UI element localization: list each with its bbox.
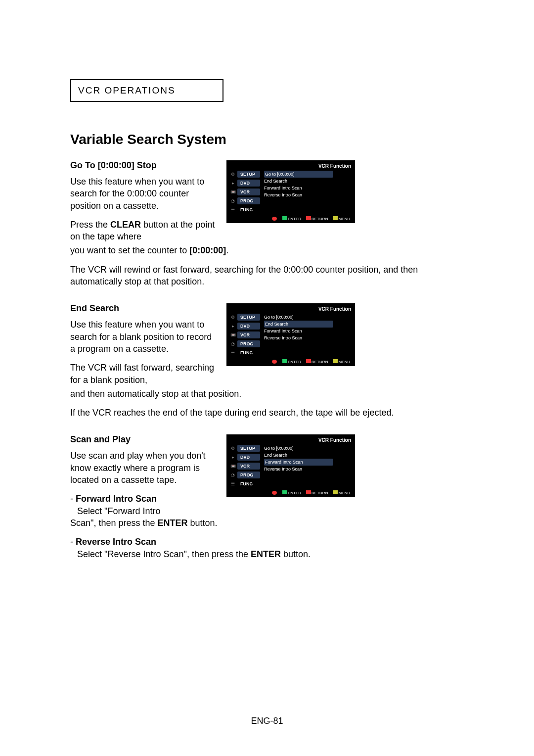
- para: The VCR will fast forward, searching for…: [70, 362, 219, 386]
- para: Use scan and play when you don't know ex…: [70, 450, 219, 486]
- osd-side-item: ◔PROG: [228, 339, 260, 348]
- para: The VCR will rewind or fast forward, sea…: [70, 264, 465, 288]
- osd-side-label: FUNC: [237, 480, 260, 487]
- osd-bottom-hint: ENTER: [282, 216, 301, 221]
- osd-side-item: ◔PROG: [228, 196, 260, 205]
- osd-side-label: PROG: [237, 472, 260, 478]
- osd-bottom-hint: MENU: [333, 490, 350, 495]
- osd-side-label: VCR: [237, 189, 260, 195]
- osd-menu-item: Reverse Intro Scan: [264, 466, 353, 472]
- osd-side-item: 📼VCR: [228, 188, 260, 196]
- osd-screenshot-2: VCR Function⚙SETUP▸DVD📼VCR◔PROG☰FUNCGo t…: [226, 303, 355, 366]
- osd-side-item: ⚙SETUP: [228, 313, 260, 322]
- section-end-search: End Search Use this feature when you wan…: [70, 303, 465, 419]
- subhead-scan-play: Scan and Play: [70, 434, 219, 445]
- osd-side-item: ▸DVD: [228, 179, 260, 188]
- osd-bottom-hint: ENTER: [282, 359, 301, 364]
- osd-side-icon: ◔: [228, 472, 237, 478]
- move-icon: [272, 360, 277, 364]
- para: Press the CLEAR button at the point on t…: [70, 219, 219, 243]
- osd-panel: VCR Function⚙SETUP▸DVD📼VCR◔PROG☰FUNCGo t…: [226, 303, 355, 366]
- subhead-goto: Go To [0:00:00] Stop: [70, 160, 219, 171]
- osd-side-label: PROG: [237, 197, 260, 204]
- osd-side-item: ☰FUNC: [228, 205, 260, 214]
- osd-bottom-hint: MENU: [333, 216, 350, 221]
- section-goto-stop: Go To [0:00:00] Stop Use this feature wh…: [70, 160, 465, 287]
- osd-side-icon: 📼: [228, 463, 237, 470]
- osd-side-icon: ☰: [228, 349, 237, 356]
- osd-title: VCR Function: [228, 162, 353, 170]
- osd-side-icon: ⚙: [228, 314, 237, 321]
- osd-side-label: SETUP: [237, 171, 260, 178]
- para: Scan", then press the ENTER button.: [70, 517, 465, 529]
- osd-side-label: VCR: [237, 463, 260, 470]
- osd-side-icon: ◔: [228, 340, 237, 347]
- osd-menu-item: Forward Intro Scan: [264, 185, 353, 191]
- osd-side-label: FUNC: [237, 349, 260, 356]
- osd-bottom-hint: RETURN: [306, 216, 328, 221]
- osd-side-item: ☰FUNC: [228, 348, 260, 357]
- para: you want to set the counter to [0:00:00]…: [70, 244, 465, 256]
- page-title: Variable Search System: [70, 132, 465, 147]
- para: and then automatically stop at that posi…: [70, 388, 465, 400]
- osd-side-item: ☰FUNC: [228, 479, 260, 488]
- para: If the VCR reaches the end of the tape d…: [70, 407, 465, 419]
- osd-side-item: ▸DVD: [228, 322, 260, 331]
- osd-side-label: PROG: [237, 340, 260, 347]
- osd-title: VCR Function: [228, 305, 353, 313]
- osd-side-label: SETUP: [237, 445, 260, 452]
- osd-title: VCR Function: [228, 436, 353, 444]
- osd-side-item: 📼VCR: [228, 331, 260, 339]
- osd-panel: VCR Function⚙SETUP▸DVD📼VCR◔PROG☰FUNCGo t…: [226, 434, 355, 497]
- osd-menu-item: Reverse Intro Scan: [264, 191, 353, 198]
- osd-side-item: ◔PROG: [228, 471, 260, 479]
- osd-side-label: DVD: [237, 180, 260, 187]
- osd-screenshot-1: VCR Function⚙SETUP▸DVD📼VCR◔PROG☰FUNCGo t…: [226, 160, 355, 223]
- osd-side-icon: 📼: [228, 331, 237, 338]
- osd-side-item: ▸DVD: [228, 453, 260, 462]
- osd-side-label: DVD: [237, 323, 260, 330]
- osd-side-icon: ▸: [228, 454, 237, 461]
- osd-screenshot-3: VCR Function⚙SETUP▸DVD📼VCR◔PROG☰FUNCGo t…: [226, 434, 355, 497]
- osd-side-icon: ▸: [228, 180, 237, 187]
- osd-side-item: 📼VCR: [228, 462, 260, 471]
- para: Use this feature when you want to search…: [70, 176, 219, 212]
- osd-side-icon: 📼: [228, 189, 237, 195]
- page-number: ENG-81: [0, 716, 534, 726]
- osd-side-label: VCR: [237, 331, 260, 338]
- para: Use this feature when you want to search…: [70, 319, 219, 355]
- osd-side-icon: ⚙: [228, 171, 237, 178]
- header-text-rest: PERATIONS: [113, 85, 175, 95]
- osd-side-icon: ◔: [228, 197, 237, 204]
- osd-menu-item: Forward Intro Scan: [264, 459, 333, 466]
- osd-side-icon: ☰: [228, 480, 237, 487]
- section-scan-play: Scan and Play Use scan and play when you…: [70, 434, 465, 560]
- header-box: VCR OPERATIONS: [70, 79, 223, 102]
- subhead-end-search: End Search: [70, 303, 219, 314]
- osd-bottom-hint: MENU: [333, 359, 350, 364]
- osd-side-item: ⚙SETUP: [228, 444, 260, 453]
- forward-intro-scan-item: - Forward Intro ScanSelect "Forward Intr…: [77, 493, 219, 517]
- osd-menu-item: End Search: [264, 178, 353, 185]
- osd-panel: VCR Function⚙SETUP▸DVD📼VCR◔PROG☰FUNCGo t…: [226, 160, 355, 223]
- reverse-intro-scan-item: - Reverse Intro ScanSelect "Reverse Intr…: [77, 536, 465, 560]
- osd-side-item: ⚙SETUP: [228, 170, 260, 179]
- osd-menu-item: Go to [0:00:00]: [264, 314, 353, 321]
- osd-menu-item: Reverse Intro Scan: [264, 334, 353, 341]
- osd-bottom-hint: RETURN: [306, 359, 328, 364]
- osd-side-icon: ▸: [228, 323, 237, 330]
- osd-menu-item: Go to [0:00:00]: [264, 171, 333, 178]
- osd-menu-item: End Search: [264, 452, 353, 459]
- header-text-pre: VCR O: [78, 85, 113, 95]
- osd-side-icon: ☰: [228, 206, 237, 213]
- osd-side-icon: ⚙: [228, 445, 237, 452]
- osd-side-label: SETUP: [237, 314, 260, 321]
- osd-menu-item: Forward Intro Scan: [264, 328, 353, 334]
- move-icon: [272, 491, 277, 495]
- osd-bottom-hint: ENTER: [282, 490, 301, 495]
- osd-side-label: FUNC: [237, 206, 260, 213]
- osd-side-label: DVD: [237, 454, 260, 461]
- osd-bottom-hint: RETURN: [306, 490, 328, 495]
- osd-menu-item: End Search: [264, 321, 333, 328]
- osd-menu-item: Go to [0:00:00]: [264, 445, 353, 452]
